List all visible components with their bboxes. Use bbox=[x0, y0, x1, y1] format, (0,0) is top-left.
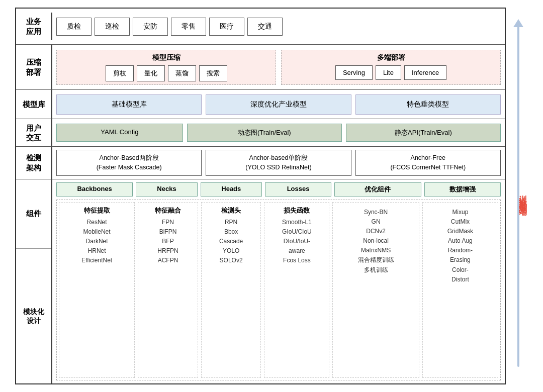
compress-content: 模型压缩 剪枝 量化 蒸馏 搜索 多端部署 Serving Lite bbox=[52, 45, 505, 89]
component-label: 组件 bbox=[16, 179, 51, 249]
cell-heads-title: 检测头 bbox=[205, 206, 258, 216]
component-labels: 组件 模块化设计 bbox=[16, 179, 52, 384]
modellib-items: 基础模型库 深度优化产业模型 特色垂类模型 bbox=[56, 94, 501, 115]
modular-design-label: 模块化设计 bbox=[16, 249, 51, 383]
user-interact-items: YAML Config 动态图(Train/Eval) 静态API(Train/… bbox=[56, 124, 501, 142]
compress-item-1: 量化 bbox=[137, 65, 165, 81]
cell-heads-items: RPN Bbox Cascade YOLO SOLOv2 bbox=[205, 218, 258, 266]
cell-necks-items: FPN BiFPN BFP HRFPN ACFPN bbox=[141, 218, 195, 266]
modellib-label: 模型库 bbox=[16, 90, 52, 119]
header-backbones: Backbones bbox=[56, 182, 133, 197]
modellib-row: 模型库 基础模型库 深度优化产业模型 特色垂类模型 bbox=[16, 90, 505, 119]
dynamic-graph: 动态图(Train/Eval) bbox=[187, 124, 342, 142]
right-label-text: 训练部署端到端 bbox=[517, 189, 528, 203]
biz-item-0: 质检 bbox=[56, 18, 92, 36]
cell-losses: 损失函数 Smooth-L1 GIoU/CIoU DIoU/IoU- aware… bbox=[264, 202, 329, 378]
det-arch-1: Anchor-based单阶段(YOLO SSD RetinaNet) bbox=[206, 150, 351, 176]
modellib-item-2: 特色垂类模型 bbox=[355, 94, 501, 115]
cell-backbones-items: ResNet MobileNet DarkNet HRNet Efficient… bbox=[62, 218, 131, 266]
multi-deploy-title: 多端部署 bbox=[286, 53, 496, 62]
biz-item-2: 安防 bbox=[133, 18, 168, 36]
cell-augment-items: Mixup CutMix GridMask Auto Aug Random- E… bbox=[426, 208, 495, 285]
cell-backbones-title: 特征提取 bbox=[62, 206, 131, 216]
cell-losses-items: Smooth-L1 GIoU/CIoU DIoU/IoU- aware Fcos… bbox=[267, 218, 326, 266]
det-arch-items: Anchor-Based两阶段(Faster Mask Cascade) Anc… bbox=[56, 150, 501, 176]
cell-heads: 检测头 RPN Bbox Cascade YOLO SOLOv2 bbox=[201, 202, 261, 378]
component-cells: 特征提取 ResNet MobileNet DarkNet HRNet Effi… bbox=[56, 200, 501, 381]
deploy-item-2: Inference bbox=[404, 65, 446, 80]
biz-item-1: 巡检 bbox=[95, 18, 130, 36]
user-interact-label: 用户交互 bbox=[16, 119, 52, 146]
modellib-item-1: 深度优化产业模型 bbox=[206, 94, 351, 115]
biz-row: 业务应用 质检 巡检 安防 零售 医疗 交通 bbox=[16, 9, 505, 45]
compress-item-0: 剪枝 bbox=[106, 65, 134, 81]
det-arch-0: Anchor-Based两阶段(Faster Mask Cascade) bbox=[56, 150, 202, 176]
multi-deploy-section: 多端部署 Serving Lite Inference bbox=[281, 50, 501, 85]
header-necks: Necks bbox=[136, 182, 197, 197]
right-label-container: 训练部署端到端 bbox=[509, 8, 528, 384]
det-arch-label: 检测架构 bbox=[16, 147, 52, 179]
cell-losses-title: 损失函数 bbox=[267, 206, 326, 216]
header-augment: 数据增强 bbox=[424, 182, 501, 197]
det-arch-content: Anchor-Based两阶段(Faster Mask Cascade) Anc… bbox=[52, 147, 505, 179]
biz-items: 质检 巡检 安防 零售 医疗 交通 bbox=[56, 18, 501, 36]
model-compress-items: 剪枝 量化 蒸馏 搜索 bbox=[61, 65, 272, 81]
det-arch-row: 检测架构 Anchor-Based两阶段(Faster Mask Cascade… bbox=[16, 147, 505, 179]
header-losses: Losses bbox=[265, 182, 331, 197]
deploy-item-0: Serving bbox=[335, 65, 373, 80]
model-compress-section: 模型压缩 剪枝 量化 蒸馏 搜索 bbox=[56, 50, 276, 85]
compress-item-3: 搜索 bbox=[199, 65, 227, 81]
cell-necks: 特征融合 FPN BiFPN BFP HRFPN ACFPN bbox=[138, 202, 198, 378]
component-headers: Backbones Necks Heads Losses 优化组件 数据增强 bbox=[56, 182, 501, 197]
compress-sections: 模型压缩 剪枝 量化 蒸馏 搜索 多端部署 Serving Lite bbox=[56, 50, 501, 85]
main-table: 业务应用 质检 巡检 安防 零售 医疗 交通 压缩部署 模型压缩 bbox=[15, 8, 506, 384]
component-row: 组件 模块化设计 Backbones Necks Heads Losses 优化… bbox=[16, 179, 505, 384]
architecture-diagram: 业务应用 质检 巡检 安防 零售 医疗 交通 压缩部署 模型压缩 bbox=[15, 8, 528, 384]
biz-item-3: 零售 bbox=[171, 18, 206, 36]
header-heads: Heads bbox=[201, 182, 262, 197]
cell-opt-items: Sync-BN GN DCNv2 Non-local MatrixNMS 混合精… bbox=[336, 208, 415, 275]
cell-backbones: 特征提取 ResNet MobileNet DarkNet HRNet Effi… bbox=[59, 202, 135, 378]
modellib-content: 基础模型库 深度优化产业模型 特色垂类模型 bbox=[52, 90, 505, 119]
header-opt: 优化组件 bbox=[334, 182, 421, 197]
user-interact-row: 用户交互 YAML Config 动态图(Train/Eval) 静态API(T… bbox=[16, 119, 505, 147]
cell-necks-title: 特征融合 bbox=[141, 206, 195, 216]
biz-label: 业务应用 bbox=[16, 13, 52, 40]
yaml-config: YAML Config bbox=[56, 124, 183, 142]
multi-deploy-items: Serving Lite Inference bbox=[286, 65, 496, 80]
static-api: 静态API(Train/Eval) bbox=[346, 124, 501, 142]
modellib-item-0: 基础模型库 bbox=[56, 94, 202, 115]
model-compress-title: 模型压缩 bbox=[61, 53, 272, 62]
compress-label: 压缩部署 bbox=[16, 45, 52, 89]
biz-content: 质检 巡检 安防 零售 医疗 交通 bbox=[52, 13, 505, 40]
det-arch-2: Anchor-Free(FCOS CornerNet TTFNet) bbox=[355, 150, 501, 176]
cell-augment: Mixup CutMix GridMask Auto Aug Random- E… bbox=[422, 202, 498, 378]
biz-item-4: 医疗 bbox=[209, 18, 244, 36]
user-interact-content: YAML Config 动态图(Train/Eval) 静态API(Train/… bbox=[52, 119, 505, 146]
component-content: Backbones Necks Heads Losses 优化组件 数据增强 特… bbox=[52, 179, 505, 384]
biz-item-5: 交通 bbox=[247, 18, 283, 36]
deploy-item-1: Lite bbox=[376, 65, 401, 80]
cell-opt: Sync-BN GN DCNv2 Non-local MatrixNMS 混合精… bbox=[332, 202, 419, 378]
compress-item-2: 蒸馏 bbox=[168, 65, 196, 81]
compress-row: 压缩部署 模型压缩 剪枝 量化 蒸馏 搜索 多端部署 bbox=[16, 45, 505, 90]
